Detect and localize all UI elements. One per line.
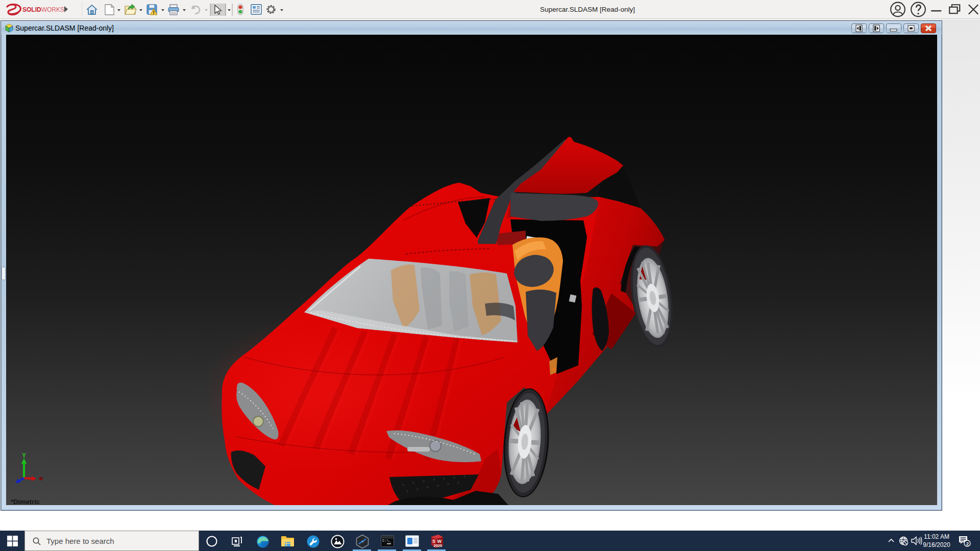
svg-text:C:\_: C:\_ bbox=[382, 539, 391, 543]
svg-text:2020: 2020 bbox=[434, 543, 443, 548]
svg-text:*Dimetric: *Dimetric bbox=[11, 498, 40, 505]
svg-text:SOLIDWORKS: SOLIDWORKS bbox=[22, 6, 64, 13]
svg-text:Y: Y bbox=[22, 452, 26, 459]
svg-text:2: 2 bbox=[966, 541, 969, 546]
